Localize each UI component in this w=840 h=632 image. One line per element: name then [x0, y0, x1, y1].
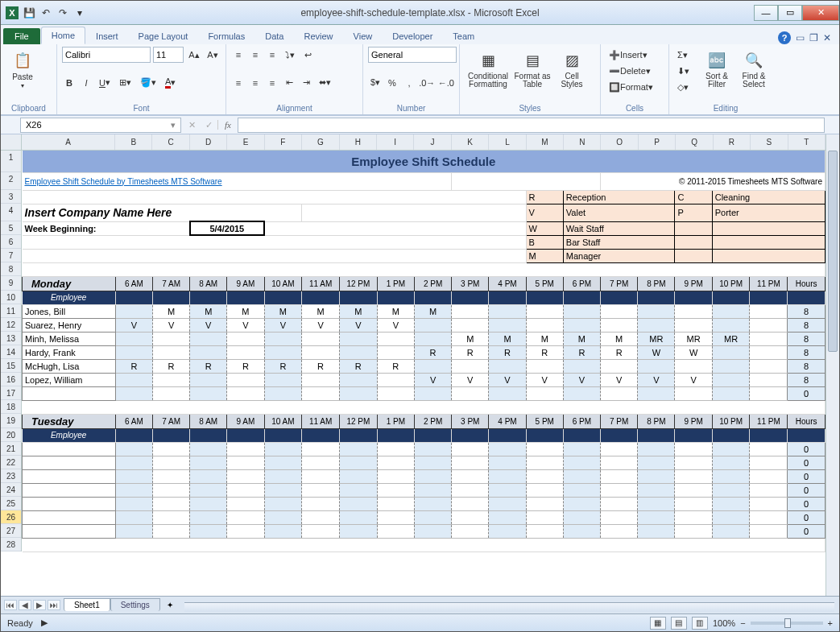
row-headers[interactable]: 1234567891011121314151617181920212223242… [1, 151, 22, 551]
sheet-tab-settings[interactable]: Settings [110, 598, 160, 611]
help-icon[interactable]: ? [778, 31, 791, 44]
zoom-out-icon[interactable]: − [740, 618, 745, 628]
align-left-icon[interactable]: ≡ [231, 75, 246, 91]
sheet-nav-next-icon[interactable]: ▶ [33, 600, 46, 610]
formula-bar[interactable] [238, 118, 825, 133]
tab-formulas[interactable]: Formulas [198, 28, 254, 44]
shrink-font-icon[interactable]: A▾ [205, 47, 221, 63]
redo-icon[interactable]: ↷ [56, 6, 70, 20]
group-cells: Cells [606, 102, 664, 114]
format-as-table-button[interactable]: ▤Format as Table [511, 47, 553, 91]
status-ready: Ready [7, 618, 33, 628]
tab-data[interactable]: Data [255, 28, 293, 44]
fill-icon[interactable]: ⬇▾ [674, 63, 693, 79]
group-number: Number [368, 102, 454, 114]
orientation-icon[interactable]: ⤵▾ [282, 47, 298, 63]
sheet-nav-last-icon[interactable]: ⏭ [48, 600, 60, 610]
save-icon[interactable]: 💾 [22, 6, 36, 20]
tab-review[interactable]: Review [294, 28, 342, 44]
number-format-select[interactable] [368, 47, 457, 63]
indent-decrease-icon[interactable]: ⇤ [282, 75, 296, 91]
group-editing: Editing [674, 102, 777, 114]
excel-icon: X [5, 6, 19, 20]
minimize-button[interactable]: — [754, 5, 778, 21]
window-title: employee-shift-schedule-template.xlsx - … [300, 7, 539, 19]
tab-team[interactable]: Team [443, 28, 484, 44]
increase-decimal-icon[interactable]: .0→ [419, 75, 436, 91]
grow-font-icon[interactable]: A▴ [186, 47, 202, 63]
comma-icon[interactable]: , [402, 75, 416, 91]
font-color-button[interactable]: A▾ [162, 75, 179, 91]
underline-button[interactable]: U▾ [96, 75, 114, 91]
worksheet[interactable]: Employee Shift ScheduleEmployee Shift Sc… [22, 151, 826, 552]
insert-cells-button[interactable]: ➕ Insert ▾ [606, 47, 651, 63]
align-right-icon[interactable]: ≡ [265, 75, 279, 91]
page-break-view-icon[interactable]: ▥ [692, 617, 708, 630]
styles-icon: ▨ [561, 49, 583, 72]
page-layout-view-icon[interactable]: ▤ [671, 617, 687, 630]
undo-icon[interactable]: ↶ [39, 6, 53, 20]
find-icon: 🔍 [743, 49, 765, 72]
bold-button[interactable]: B [62, 75, 77, 91]
format-cells-button[interactable]: 🔲 Format ▾ [606, 79, 656, 95]
cancel-formula-icon[interactable]: ✕ [184, 120, 201, 130]
percent-icon[interactable]: % [385, 75, 399, 91]
zoom-level[interactable]: 100% [713, 618, 735, 628]
restore-window-icon[interactable]: ❐ [809, 32, 818, 43]
macro-record-icon[interactable]: ▶ [41, 618, 48, 628]
sheet-nav-prev-icon[interactable]: ◀ [19, 600, 31, 610]
merge-button[interactable]: ⬌▾ [316, 75, 334, 91]
decrease-decimal-icon[interactable]: ←.0 [438, 75, 455, 91]
wrap-text-icon[interactable]: ↩ [300, 47, 315, 63]
horizontal-scrollbar[interactable] [184, 602, 834, 612]
sheet-nav-first-icon[interactable]: ⏮ [4, 600, 17, 610]
select-all-corner[interactable] [1, 134, 22, 151]
tab-file[interactable]: File [3, 28, 40, 44]
align-top-icon[interactable]: ≡ [231, 47, 246, 63]
close-button[interactable]: ✕ [802, 5, 839, 21]
column-headers[interactable]: ABCDEFGHIJKLMNOPQRST [22, 134, 826, 151]
tab-insert[interactable]: Insert [86, 28, 128, 44]
name-box[interactable]: X26 ▾ [20, 118, 181, 133]
find-select-button[interactable]: 🔍Find & Select [735, 47, 772, 95]
sort-filter-button[interactable]: 🔤Sort & Filter [698, 47, 735, 95]
indent-increase-icon[interactable]: ⇥ [299, 75, 313, 91]
align-bottom-icon[interactable]: ≡ [265, 47, 279, 63]
currency-icon[interactable]: $▾ [368, 75, 383, 91]
ribbon: File Home Insert Page Layout Formulas Da… [1, 25, 839, 116]
tab-home[interactable]: Home [41, 27, 85, 44]
sheet-tab-sheet1[interactable]: Sheet1 [64, 598, 110, 611]
zoom-in-icon[interactable]: + [828, 618, 833, 628]
tab-developer[interactable]: Developer [383, 28, 442, 44]
minimize-ribbon-icon[interactable]: ▭ [796, 32, 805, 43]
delete-cells-button[interactable]: ➖ Delete ▾ [606, 63, 654, 79]
group-styles: Styles [465, 102, 595, 114]
paste-button[interactable]: 📋Paste▾ [6, 47, 39, 92]
group-clipboard: Clipboard [6, 102, 52, 114]
border-button[interactable]: ⊞▾ [116, 75, 134, 91]
normal-view-icon[interactable]: ▦ [650, 617, 666, 630]
new-sheet-icon[interactable]: ✦ [160, 601, 180, 609]
italic-button[interactable]: I [79, 75, 93, 91]
align-middle-icon[interactable]: ≡ [248, 47, 263, 63]
qat-dropdown-icon[interactable]: ▾ [72, 6, 87, 20]
font-name-select[interactable] [62, 47, 151, 63]
close-doc-icon[interactable]: ✕ [823, 32, 831, 43]
cell-styles-button[interactable]: ▨Cell Styles [553, 47, 590, 91]
fill-color-button[interactable]: 🪣▾ [137, 75, 159, 91]
vertical-scrollbar[interactable] [826, 134, 839, 596]
zoom-slider[interactable] [751, 622, 823, 625]
sort-icon: 🔤 [706, 49, 728, 72]
maximize-button[interactable]: ▭ [778, 5, 802, 21]
enter-formula-icon[interactable]: ✓ [201, 120, 217, 130]
autosum-icon[interactable]: Σ▾ [674, 47, 691, 63]
font-size-select[interactable] [153, 47, 184, 63]
clear-icon[interactable]: ◇▾ [674, 79, 692, 95]
tab-view[interactable]: View [344, 28, 383, 44]
align-center-icon[interactable]: ≡ [248, 75, 263, 91]
tab-pagelayout[interactable]: Page Layout [129, 28, 198, 44]
conditional-formatting-button[interactable]: ▦Conditional Formatting [465, 47, 511, 91]
titlebar: X 💾 ↶ ↷ ▾ employee-shift-schedule-templa… [1, 1, 839, 25]
paste-icon: 📋 [11, 49, 34, 72]
fx-icon[interactable]: fx [217, 120, 238, 130]
